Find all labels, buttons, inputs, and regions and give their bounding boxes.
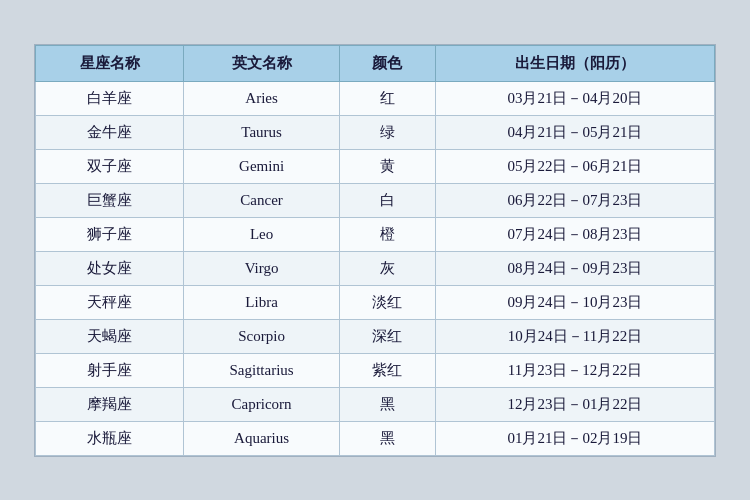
table-row: 狮子座Leo橙07月24日－08月23日: [36, 217, 715, 251]
table-row: 巨蟹座Cancer白06月22日－07月23日: [36, 183, 715, 217]
table-cell: Aquarius: [184, 421, 340, 455]
table-cell: 08月24日－09月23日: [435, 251, 714, 285]
table-cell: Leo: [184, 217, 340, 251]
table-cell: Capricorn: [184, 387, 340, 421]
table-cell: 射手座: [36, 353, 184, 387]
table-row: 天秤座Libra淡红09月24日－10月23日: [36, 285, 715, 319]
table-cell: Taurus: [184, 115, 340, 149]
table-row: 摩羯座Capricorn黑12月23日－01月22日: [36, 387, 715, 421]
column-header: 颜色: [339, 45, 435, 81]
table-row: 金牛座Taurus绿04月21日－05月21日: [36, 115, 715, 149]
table-cell: 淡红: [339, 285, 435, 319]
table-row: 处女座Virgo灰08月24日－09月23日: [36, 251, 715, 285]
table-cell: 10月24日－11月22日: [435, 319, 714, 353]
table-cell: 09月24日－10月23日: [435, 285, 714, 319]
table-cell: 橙: [339, 217, 435, 251]
table-cell: 金牛座: [36, 115, 184, 149]
column-header: 英文名称: [184, 45, 340, 81]
table-cell: 黄: [339, 149, 435, 183]
table-cell: Virgo: [184, 251, 340, 285]
column-header: 星座名称: [36, 45, 184, 81]
table-cell: 天秤座: [36, 285, 184, 319]
table-cell: Scorpio: [184, 319, 340, 353]
table-cell: 黑: [339, 421, 435, 455]
table-cell: 天蝎座: [36, 319, 184, 353]
table-cell: 紫红: [339, 353, 435, 387]
table-cell: 水瓶座: [36, 421, 184, 455]
table-cell: 白羊座: [36, 81, 184, 115]
table-cell: 狮子座: [36, 217, 184, 251]
table-cell: 12月23日－01月22日: [435, 387, 714, 421]
table-cell: 04月21日－05月21日: [435, 115, 714, 149]
table-cell: 巨蟹座: [36, 183, 184, 217]
table-cell: Gemini: [184, 149, 340, 183]
table-cell: 摩羯座: [36, 387, 184, 421]
zodiac-table-container: 星座名称英文名称颜色出生日期（阳历） 白羊座Aries红03月21日－04月20…: [34, 44, 716, 457]
table-row: 双子座Gemini黄05月22日－06月21日: [36, 149, 715, 183]
table-cell: 07月24日－08月23日: [435, 217, 714, 251]
table-cell: 11月23日－12月22日: [435, 353, 714, 387]
table-cell: 03月21日－04月20日: [435, 81, 714, 115]
table-cell: 05月22日－06月21日: [435, 149, 714, 183]
table-cell: 黑: [339, 387, 435, 421]
table-row: 天蝎座Scorpio深红10月24日－11月22日: [36, 319, 715, 353]
table-cell: Sagittarius: [184, 353, 340, 387]
table-cell: 双子座: [36, 149, 184, 183]
table-cell: 绿: [339, 115, 435, 149]
table-cell: Aries: [184, 81, 340, 115]
table-cell: Cancer: [184, 183, 340, 217]
zodiac-table: 星座名称英文名称颜色出生日期（阳历） 白羊座Aries红03月21日－04月20…: [35, 45, 715, 456]
table-cell: 01月21日－02月19日: [435, 421, 714, 455]
table-row: 水瓶座Aquarius黑01月21日－02月19日: [36, 421, 715, 455]
table-cell: 深红: [339, 319, 435, 353]
column-header: 出生日期（阳历）: [435, 45, 714, 81]
table-cell: 白: [339, 183, 435, 217]
table-row: 射手座Sagittarius紫红11月23日－12月22日: [36, 353, 715, 387]
table-cell: 06月22日－07月23日: [435, 183, 714, 217]
table-cell: 红: [339, 81, 435, 115]
table-cell: 处女座: [36, 251, 184, 285]
table-cell: Libra: [184, 285, 340, 319]
table-row: 白羊座Aries红03月21日－04月20日: [36, 81, 715, 115]
table-header-row: 星座名称英文名称颜色出生日期（阳历）: [36, 45, 715, 81]
table-cell: 灰: [339, 251, 435, 285]
